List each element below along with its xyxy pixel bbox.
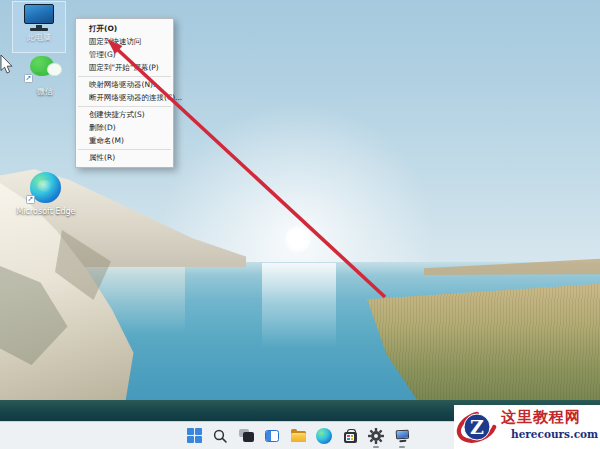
mouse-cursor-icon: [0, 55, 14, 75]
edge-icon[interactable]: [316, 427, 332, 444]
menu-item-5[interactable]: 映射网络驱动器(N)...: [76, 78, 173, 91]
menu-item-12[interactable]: 属性(R): [76, 151, 173, 164]
menu-item-3[interactable]: 固定到"开始"屏幕(P): [76, 61, 173, 74]
menu-item-1[interactable]: 固定到快速访问: [76, 35, 173, 48]
desktop-icon-wechat[interactable]: ➚ 微信: [14, 55, 76, 96]
watermark: Z 这里教程网 herecours.com: [454, 405, 600, 449]
store-icon[interactable]: [342, 427, 358, 444]
desktop-icon-edge[interactable]: ➚ Microsoft Edge: [15, 171, 77, 216]
start-icon[interactable]: [186, 427, 202, 444]
wallpaper-sun-reflection: [262, 263, 336, 348]
widgets-icon[interactable]: [264, 427, 280, 444]
task-view-icon[interactable]: [238, 427, 254, 444]
this-pc-icon-screen: [24, 4, 54, 24]
running-indicator: [399, 446, 405, 448]
menu-separator: [78, 106, 171, 107]
watermark-texts: 这里教程网 herecours.com: [501, 408, 599, 441]
shortcut-arrow-icon: ➚: [24, 74, 33, 83]
watermark-site-url: herecours.com: [501, 428, 599, 441]
wallpaper-sun: [285, 226, 311, 252]
menu-item-8[interactable]: 创建快捷方式(S): [76, 108, 173, 121]
watermark-site-name: 这里教程网: [501, 408, 599, 426]
desktop-icon-this-pc[interactable]: 此电脑: [8, 3, 70, 42]
shortcut-arrow-icon: ➚: [26, 195, 35, 204]
svg-text:Z: Z: [470, 416, 484, 438]
desktop-icon-label: 微信: [14, 87, 76, 96]
this-pc-icon-base: [30, 28, 48, 31]
desktop-icon-label: Microsoft Edge: [15, 207, 77, 216]
watermark-logo-icon: Z: [455, 407, 501, 447]
this-pc-icon: [22, 3, 56, 31]
menu-item-2[interactable]: 管理(G): [76, 48, 173, 61]
menu-separator: [78, 76, 171, 77]
running-indicator: [373, 446, 379, 448]
file-explorer-icon[interactable]: [290, 427, 306, 444]
menu-separator: [78, 149, 171, 150]
menu-item-0[interactable]: 打开(O): [76, 22, 173, 35]
context-menu: 打开(O)固定到快速访问管理(G)固定到"开始"屏幕(P)映射网络驱动器(N).…: [75, 18, 174, 168]
wechat-icon: ➚: [28, 55, 62, 85]
computer-icon[interactable]: [394, 427, 410, 444]
taskbar-icons: [186, 427, 410, 444]
wechat-icon-bubble-small: [47, 63, 62, 76]
edge-icon: ➚: [29, 171, 63, 205]
desktop: 此电脑 ➚ 微信 ➚ Microsoft Edge 打开(O)固定到快速访问管理…: [0, 0, 600, 449]
menu-item-10[interactable]: 重命名(M): [76, 134, 173, 147]
search-icon[interactable]: [212, 427, 228, 444]
settings-icon[interactable]: [368, 427, 384, 444]
menu-item-9[interactable]: 删除(D): [76, 121, 173, 134]
menu-item-6[interactable]: 断开网络驱动器的连接(C)...: [76, 91, 173, 104]
